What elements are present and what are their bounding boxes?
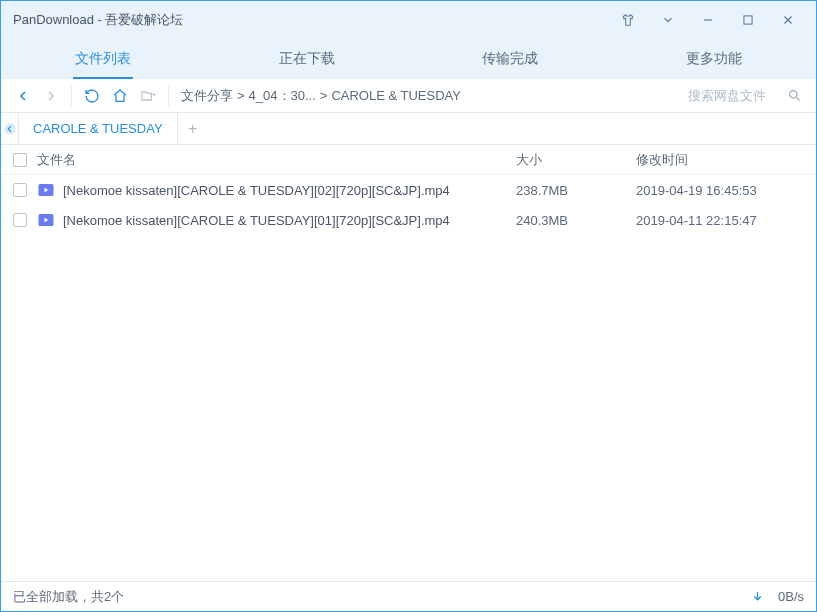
- file-size: 238.7MB: [516, 183, 636, 198]
- breadcrumb-sep: >: [237, 88, 245, 103]
- tabstrip-back-icon[interactable]: [1, 113, 19, 144]
- status-text: 已全部加载，共2个: [13, 588, 751, 606]
- main-tabs: 文件列表 正在下载 传输完成 更多功能: [1, 39, 816, 79]
- title-bar: PanDownload - 吾爱破解论坛: [1, 1, 816, 39]
- refresh-button[interactable]: [78, 82, 106, 110]
- toolbar-divider-2: [168, 86, 169, 106]
- minimize-button[interactable]: [688, 1, 728, 39]
- tab-more[interactable]: 更多功能: [612, 39, 816, 79]
- tab-file-list[interactable]: 文件列表: [1, 39, 205, 79]
- search-icon[interactable]: [782, 84, 806, 108]
- column-name[interactable]: 文件名: [37, 151, 516, 169]
- home-button[interactable]: [106, 82, 134, 110]
- shirt-icon[interactable]: [608, 1, 648, 39]
- row-checkbox[interactable]: [13, 183, 27, 197]
- toolbar: 文件分享 > 4_04：30... > CAROLE & TUESDAY: [1, 79, 816, 113]
- column-size[interactable]: 大小: [516, 151, 636, 169]
- speed-text: 0B/s: [778, 589, 804, 604]
- window-title: PanDownload - 吾爱破解论坛: [13, 11, 608, 29]
- back-button[interactable]: [9, 82, 37, 110]
- forward-button[interactable]: [37, 82, 65, 110]
- breadcrumb-sep: >: [320, 88, 328, 103]
- svg-point-4: [789, 91, 797, 99]
- close-button[interactable]: [768, 1, 808, 39]
- file-time: 2019-04-19 16:45:53: [636, 183, 806, 198]
- dropdown-icon[interactable]: [648, 1, 688, 39]
- list-item[interactable]: [Nekomoe kissaten][CAROLE & TUESDAY][01]…: [1, 205, 816, 235]
- breadcrumb-part[interactable]: 文件分享: [181, 87, 233, 105]
- tab-downloading[interactable]: 正在下载: [205, 39, 409, 79]
- maximize-button[interactable]: [728, 1, 768, 39]
- new-folder-button[interactable]: [134, 82, 162, 110]
- search-input[interactable]: [682, 84, 782, 107]
- file-name: [Nekomoe kissaten][CAROLE & TUESDAY][02]…: [63, 183, 516, 198]
- video-icon: [37, 181, 55, 199]
- svg-point-6: [4, 123, 16, 135]
- search-box: [682, 84, 816, 108]
- file-time: 2019-04-11 22:15:47: [636, 213, 806, 228]
- file-list: [Nekomoe kissaten][CAROLE & TUESDAY][02]…: [1, 175, 816, 581]
- svg-rect-1: [744, 16, 752, 24]
- status-bar: 已全部加载，共2个 0B/s: [1, 581, 816, 611]
- breadcrumb[interactable]: 文件分享 > 4_04：30... > CAROLE & TUESDAY: [175, 87, 682, 105]
- list-header: 文件名 大小 修改时间: [1, 145, 816, 175]
- add-tab-button[interactable]: +: [178, 113, 208, 144]
- file-name: [Nekomoe kissaten][CAROLE & TUESDAY][01]…: [63, 213, 516, 228]
- list-item[interactable]: [Nekomoe kissaten][CAROLE & TUESDAY][02]…: [1, 175, 816, 205]
- file-size: 240.3MB: [516, 213, 636, 228]
- svg-line-5: [796, 97, 799, 100]
- select-all-checkbox[interactable]: [13, 153, 27, 167]
- download-arrow-icon: [751, 590, 764, 603]
- document-tab[interactable]: CAROLE & TUESDAY: [19, 113, 178, 144]
- row-checkbox[interactable]: [13, 213, 27, 227]
- toolbar-divider: [71, 86, 72, 106]
- column-time[interactable]: 修改时间: [636, 151, 806, 169]
- breadcrumb-part[interactable]: CAROLE & TUESDAY: [331, 88, 461, 103]
- app-window: PanDownload - 吾爱破解论坛 文件列表 正在下载 传输完成 更多功能: [0, 0, 817, 612]
- video-icon: [37, 211, 55, 229]
- tab-completed[interactable]: 传输完成: [409, 39, 613, 79]
- breadcrumb-part[interactable]: 4_04：30...: [249, 87, 316, 105]
- document-tabstrip: CAROLE & TUESDAY +: [1, 113, 816, 145]
